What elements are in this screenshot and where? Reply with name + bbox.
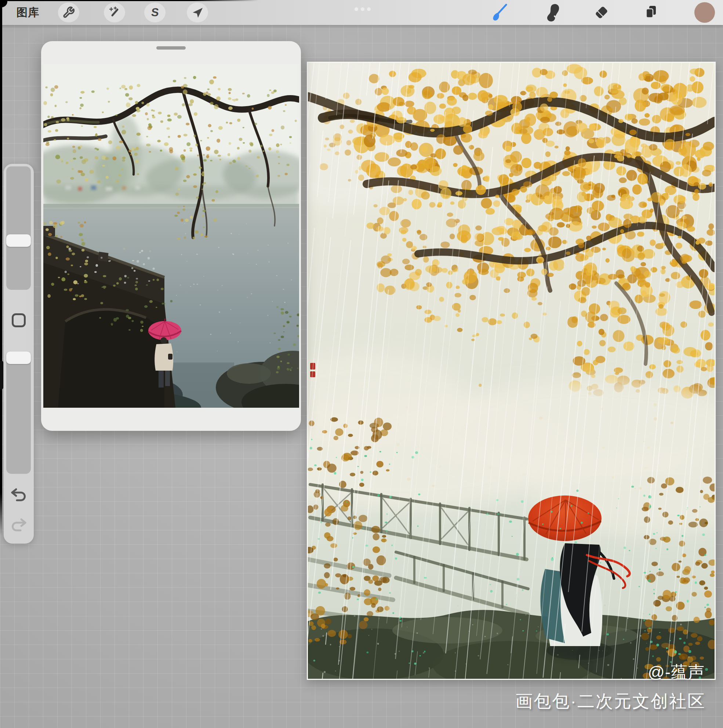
erase-tool-button[interactable]	[591, 3, 612, 22]
brush-sidebar	[4, 164, 34, 544]
drag-handle-bar[interactable]	[156, 46, 186, 50]
adjustments-button[interactable]	[104, 3, 125, 22]
side-app-tab	[0, 361, 3, 389]
three-dots-icon[interactable]	[354, 7, 371, 11]
smudge-tool-button[interactable]	[542, 3, 563, 22]
reference-companion-window[interactable]	[41, 41, 301, 431]
artwork-canvas[interactable]	[308, 63, 715, 679]
top-toolbar: 图库 S	[0, 0, 723, 25]
color-button[interactable]	[694, 3, 715, 22]
paint-brush-icon	[489, 2, 511, 23]
screen-edge-top	[0, 0, 259, 1]
brush-opacity-slider[interactable]	[6, 352, 31, 474]
brush-size-slider[interactable]	[6, 167, 31, 290]
magic-wand-icon	[108, 6, 121, 19]
reference-photo	[43, 64, 299, 408]
layers-icon	[641, 2, 662, 23]
redo-arrow-icon[interactable]	[9, 517, 29, 533]
selection-s-icon: S	[151, 6, 159, 19]
community-watermark: 画包包·二次元文创社区	[515, 690, 706, 713]
modify-button[interactable]	[12, 313, 26, 327]
selection-button[interactable]: S	[144, 3, 166, 22]
transform-arrow-icon	[191, 6, 204, 19]
actions-button[interactable]	[58, 3, 79, 22]
undo-arrow-icon[interactable]	[9, 487, 29, 503]
artist-watermark: @-蕴声	[648, 661, 705, 683]
smudge-finger-icon	[542, 2, 563, 23]
gallery-button[interactable]: 图库	[17, 0, 39, 25]
eraser-icon	[591, 2, 612, 23]
screen-edge-left	[0, 0, 2, 535]
artwork-canvas-frame[interactable]	[307, 62, 716, 680]
color-swatch-circle	[694, 2, 715, 23]
wrench-icon	[63, 6, 75, 19]
brush-size-slider-handle[interactable]	[6, 234, 31, 247]
paint-tool-button[interactable]	[489, 3, 511, 22]
transform-button[interactable]	[187, 3, 208, 22]
layers-button[interactable]	[641, 3, 662, 22]
brush-opacity-slider-handle[interactable]	[6, 352, 31, 364]
